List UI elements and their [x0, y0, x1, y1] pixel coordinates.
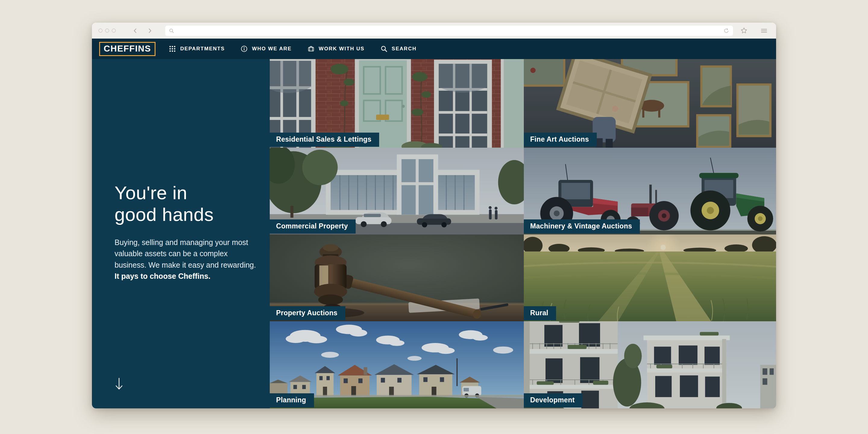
tile-development[interactable]: Development: [524, 321, 776, 408]
hero-body-text: Buying, selling and managing your most v…: [115, 237, 257, 282]
scroll-down-button[interactable]: [115, 377, 123, 392]
menu-item-search[interactable]: SEARCH: [380, 45, 417, 53]
cheffins-logo[interactable]: CHEFFINS: [99, 42, 156, 56]
reload-icon[interactable]: [723, 28, 730, 34]
main-menu: DEPARTMENTS WHO WE ARE WORK WITH US SEAR…: [169, 45, 416, 53]
browser-chrome: [92, 23, 776, 38]
url-bar[interactable]: [165, 26, 733, 36]
back-button[interactable]: [131, 27, 139, 35]
tile-machinery-vintage-auctions[interactable]: Machinery & Vintage Auctions: [524, 148, 776, 235]
menu-hamburger-icon[interactable]: [761, 27, 768, 34]
tile-planning[interactable]: Planning: [270, 321, 524, 408]
window-control-dot[interactable]: [105, 29, 109, 33]
grid-icon: [169, 45, 176, 53]
url-search-icon: [169, 28, 174, 33]
tile-label: Commercial Property: [270, 219, 355, 234]
page-title: You're in good hands: [115, 182, 258, 225]
menu-item-work-with-us[interactable]: WORK WITH US: [307, 45, 365, 53]
site-header: CHEFFINS DEPARTMENTS WHO WE ARE WORK WIT…: [92, 38, 776, 59]
hero-panel: You're in good hands Buying, selling and…: [92, 59, 270, 408]
browser-window: CHEFFINS DEPARTMENTS WHO WE ARE WORK WIT…: [92, 23, 776, 408]
tile-rural[interactable]: Rural: [524, 235, 776, 321]
forward-arrow-icon: [147, 27, 153, 34]
tile-fine-art-auctions[interactable]: Fine Art Auctions: [524, 59, 776, 148]
search-icon: [380, 45, 388, 53]
bookmark-star-icon[interactable]: [740, 27, 748, 34]
page-content: You're in good hands Buying, selling and…: [92, 59, 776, 408]
menu-label: WHO WE ARE: [252, 46, 292, 52]
photo-overlay: [524, 235, 776, 321]
forward-button[interactable]: [146, 27, 154, 35]
briefcase-icon: [307, 45, 315, 53]
window-control-dot[interactable]: [112, 29, 116, 33]
menu-label: SEARCH: [392, 46, 417, 52]
url-input[interactable]: [177, 28, 720, 33]
menu-item-who-we-are[interactable]: WHO WE ARE: [241, 45, 292, 53]
tile-commercial-property[interactable]: Commercial Property: [270, 148, 524, 235]
window-control-dot[interactable]: [98, 29, 102, 33]
back-arrow-icon: [132, 27, 138, 34]
tile-label: Machinery & Vintage Auctions: [524, 219, 640, 234]
tile-property-auctions[interactable]: Property Auctions: [270, 235, 524, 321]
menu-item-departments[interactable]: DEPARTMENTS: [169, 45, 225, 53]
tile-label: Planning: [270, 393, 314, 407]
info-icon: [241, 45, 248, 53]
tile-label: Fine Art Auctions: [524, 133, 597, 147]
menu-label: WORK WITH US: [319, 46, 365, 52]
hero-body-bold: It pays to choose Cheffins.: [115, 272, 210, 280]
tile-label: Property Auctions: [270, 306, 345, 320]
tile-residential-sales-lettings[interactable]: Residential Sales & Lettings: [270, 59, 524, 148]
heading-line-1: You're in: [115, 182, 187, 203]
menu-label: DEPARTMENTS: [180, 46, 225, 52]
tile-label: Rural: [524, 306, 556, 320]
window-controls: [98, 29, 116, 33]
heading-line-2: good hands: [115, 204, 214, 225]
department-tiles-grid: Residential Sales & Lettings: [270, 59, 776, 408]
down-arrow-icon: [115, 377, 123, 391]
tile-label: Residential Sales & Lettings: [270, 133, 379, 147]
tile-label: Development: [524, 393, 583, 407]
hero-body-regular: Buying, selling and managing your most v…: [115, 238, 256, 269]
